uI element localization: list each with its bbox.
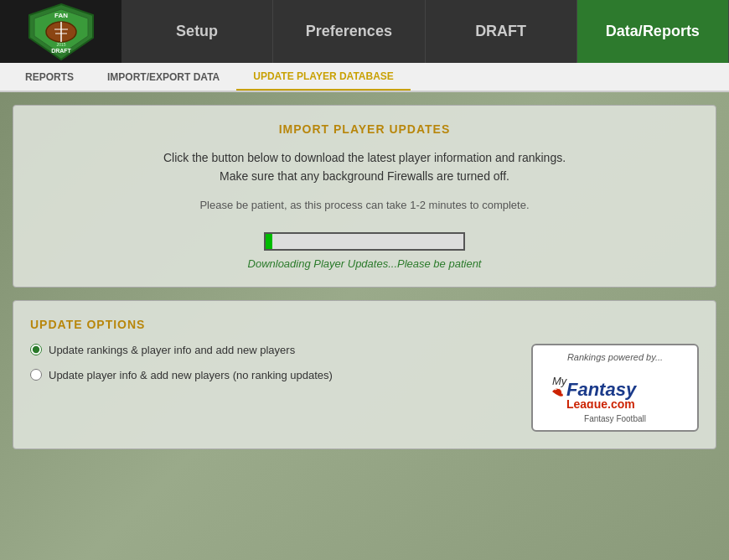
radio-input-1[interactable] [30,344,42,355]
nav-item-setup[interactable]: Setup [122,0,273,63]
import-card-title: IMPORT PLAYER UPDATES [30,122,699,136]
update-options-title: UPDATE OPTIONS [30,318,699,331]
progress-bar-outer [264,232,465,251]
subnav-item-import-export[interactable]: IMPORT/EXPORT DATA [90,63,236,91]
radio-option-2[interactable]: Update player info & add new players (no… [30,369,514,381]
subnav-item-reports[interactable]: REPORTS [8,63,90,91]
nav-items: Setup Preferences DRAFT Data/Reports [122,0,729,63]
import-player-updates-card: IMPORT PLAYER UPDATES Click the button b… [13,105,716,288]
content-area: IMPORT PLAYER UPDATES Click the button b… [0,92,729,560]
top-nav: FAN DRAFT 2015 Setup Preferences DRAFT D… [0,0,729,63]
mfl-logo-svg: My Fantasy League.com [548,366,682,408]
logo-area: FAN DRAFT 2015 [0,0,122,63]
fandraft-logo: FAN DRAFT 2015 [28,3,95,61]
progress-container: Downloading Player Updates...Please be p… [30,232,699,270]
progress-status-text: Downloading Player Updates...Please be p… [248,257,482,270]
mfl-powered-text: Rankings powered by... [540,352,690,362]
radio-input-2[interactable] [30,369,42,381]
svg-text:League.com: League.com [566,397,635,408]
options-left: Update rankings & player info and add ne… [30,344,514,394]
progress-bar-inner [266,234,272,249]
mfl-football-text: Fantasy Football [540,414,690,423]
svg-text:FAN: FAN [54,12,68,19]
radio-option-1[interactable]: Update rankings & player info and add ne… [30,344,514,356]
import-note: Please be patient, as this process can t… [30,199,699,211]
nav-item-preferences[interactable]: Preferences [273,0,425,63]
svg-text:DRAFT: DRAFT [51,48,71,54]
sub-nav: REPORTS IMPORT/EXPORT DATA UPDATE PLAYER… [0,63,729,92]
svg-text:2015: 2015 [56,42,65,47]
svg-text:My: My [552,375,568,387]
update-options-card: UPDATE OPTIONS Update rankings & player … [13,300,716,449]
subnav-item-update-player-database[interactable]: UPDATE PLAYER DATABASE [236,63,411,91]
import-description: Click the button below to download the l… [30,148,699,186]
update-options-content: Update rankings & player info and add ne… [30,344,699,432]
mfl-logo-area: Rankings powered by... My Fantasy League… [531,344,699,432]
nav-item-data-reports[interactable]: Data/Reports [577,0,729,63]
nav-item-draft[interactable]: DRAFT [426,0,577,63]
